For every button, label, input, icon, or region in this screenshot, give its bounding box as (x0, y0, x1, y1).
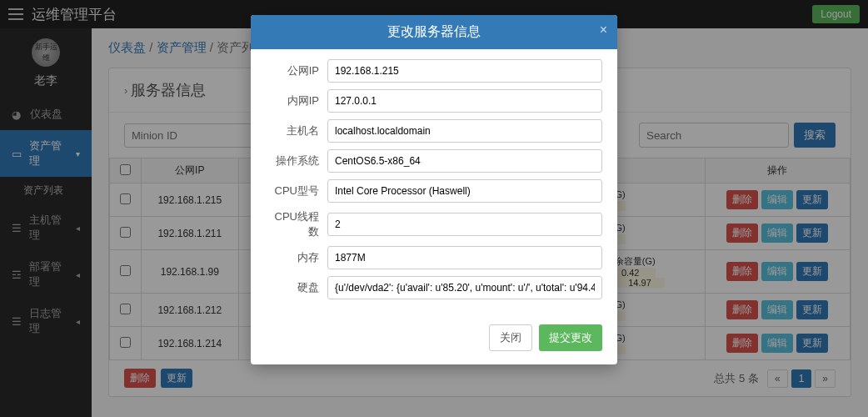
edit-server-modal: 更改服务器信息 × 公网IP 内网IP 主机名 操作系统 CPU型号 CPU线程… (251, 15, 617, 364)
input-pri_ip[interactable] (327, 89, 602, 113)
input-cpu_threads[interactable] (327, 213, 602, 236)
label-cpu_threads: CPU线程数 (266, 209, 327, 239)
input-pub_ip[interactable] (327, 59, 602, 83)
modal-close-button[interactable]: 关闭 (489, 324, 532, 351)
label-pub_ip: 公网IP (266, 63, 327, 78)
modal-title: 更改服务器信息 (387, 24, 481, 38)
label-cpu_model: CPU型号 (266, 183, 327, 198)
label-memory: 内存 (266, 250, 327, 265)
close-icon[interactable]: × (600, 23, 607, 38)
label-os: 操作系统 (266, 153, 327, 168)
input-disk[interactable] (327, 276, 602, 299)
input-hostname[interactable] (327, 119, 602, 143)
input-memory[interactable] (327, 246, 602, 269)
input-cpu_model[interactable] (327, 179, 602, 203)
modal-submit-button[interactable]: 提交更改 (539, 324, 602, 351)
input-os[interactable] (327, 149, 602, 173)
modal-backdrop[interactable]: 更改服务器信息 × 公网IP 内网IP 主机名 操作系统 CPU型号 CPU线程… (0, 0, 868, 417)
label-pri_ip: 内网IP (266, 93, 327, 108)
label-disk: 硬盘 (266, 280, 327, 295)
label-hostname: 主机名 (266, 123, 327, 138)
